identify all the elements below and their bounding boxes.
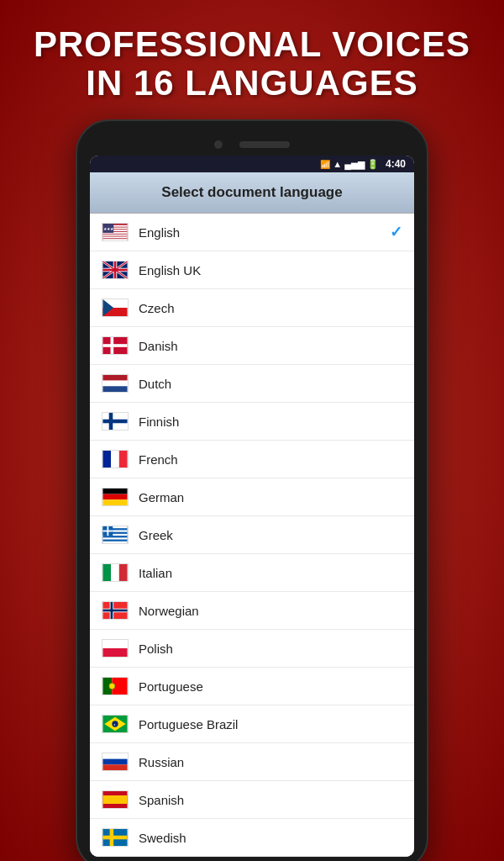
flag-it — [102, 563, 129, 582]
phone-wrapper: 📶 ▲ ▄▅▆ 🔋 4:40 Select document language … — [76, 119, 428, 861]
language-name-pl: Polish — [139, 642, 402, 656]
signal-icon: ▄▅▆ — [344, 159, 365, 170]
language-item-cs[interactable]: Czech — [90, 289, 414, 327]
language-item-pl[interactable]: Polish — [90, 630, 414, 668]
language-name-en: English — [139, 225, 390, 240]
svg-rect-30 — [102, 420, 127, 424]
selected-check-icon: ✓ — [390, 223, 402, 241]
language-item-da[interactable]: Danish — [90, 327, 414, 365]
flag-el — [102, 526, 129, 544]
header-section: PROFESSIONAL VOICES IN 16 LANGUAGES — [17, 0, 487, 119]
language-item-es[interactable]: Spanish — [90, 781, 414, 819]
language-name-ru: Russian — [139, 755, 402, 769]
svg-rect-34 — [102, 489, 127, 494]
svg-rect-45 — [102, 531, 113, 532]
language-name-fi: Finnish — [139, 415, 402, 429]
language-name-fr: French — [139, 452, 402, 467]
language-name-da: Danish — [139, 339, 402, 353]
svg-rect-64 — [102, 759, 127, 765]
flag-fr — [102, 450, 129, 468]
svg-rect-6 — [102, 237, 127, 239]
language-item-en[interactable]: ★★★ English✓ — [90, 214, 414, 251]
flag-nl — [102, 374, 129, 393]
language-name-de: German — [139, 490, 402, 504]
svg-text:★: ★ — [114, 723, 117, 726]
language-name-el: Greek — [139, 528, 402, 542]
language-name-pt-br: Portuguese Brazil — [139, 717, 402, 732]
svg-rect-46 — [102, 564, 111, 581]
flag-de — [102, 488, 129, 506]
battery-icon: 🔋 — [367, 159, 379, 170]
svg-rect-5 — [102, 235, 127, 236]
language-item-pt-br[interactable]: ★ Portuguese Brazil — [90, 705, 414, 743]
svg-rect-31 — [102, 451, 111, 467]
svg-rect-47 — [111, 564, 119, 581]
svg-rect-24 — [102, 345, 127, 348]
language-item-sv[interactable]: Swedish — [90, 819, 414, 857]
svg-rect-26 — [102, 381, 127, 387]
svg-point-58 — [109, 684, 115, 689]
svg-rect-65 — [102, 765, 127, 771]
svg-rect-32 — [111, 451, 119, 467]
language-item-de[interactable]: German — [90, 478, 414, 516]
dialog-header: Select document language — [90, 172, 414, 214]
flag-no — [102, 601, 129, 620]
svg-rect-54 — [102, 640, 127, 648]
flag-sv — [102, 828, 129, 847]
status-time: 4:40 — [386, 158, 406, 170]
language-item-ru[interactable]: Russian — [90, 743, 414, 781]
flag-pt-br: ★ — [102, 715, 129, 733]
language-item-pt[interactable]: Portuguese — [90, 668, 414, 705]
flag-ru — [102, 753, 129, 771]
svg-rect-41 — [102, 538, 127, 540]
svg-rect-25 — [102, 375, 127, 381]
language-name-nl: Dutch — [139, 377, 402, 391]
svg-rect-70 — [102, 836, 127, 840]
svg-rect-33 — [119, 451, 128, 467]
flag-cs — [102, 298, 129, 317]
speaker-icon — [239, 141, 290, 148]
phone-top-bar — [90, 134, 414, 156]
svg-rect-35 — [102, 494, 127, 500]
flag-pt — [102, 677, 129, 695]
language-name-en-gb: English UK — [139, 263, 402, 277]
language-item-it[interactable]: Italian — [90, 554, 414, 592]
camera-icon — [214, 140, 223, 149]
language-item-no[interactable]: Norwegian — [90, 592, 414, 630]
flag-es — [102, 790, 129, 809]
language-item-nl[interactable]: Dutch — [90, 365, 414, 403]
svg-rect-55 — [102, 648, 127, 657]
flag-da — [102, 336, 129, 355]
phone-screen: 📶 ▲ ▄▅▆ 🔋 4:40 Select document language … — [90, 156, 414, 857]
language-item-fr[interactable]: French — [90, 441, 414, 478]
language-name-sv: Swedish — [139, 831, 402, 845]
language-name-no: Norwegian — [139, 604, 402, 618]
svg-rect-42 — [102, 541, 127, 543]
svg-rect-48 — [119, 564, 128, 581]
language-name-it: Italian — [139, 566, 402, 580]
svg-text:★★★: ★★★ — [103, 227, 114, 232]
svg-rect-53 — [102, 610, 127, 612]
svg-rect-36 — [102, 500, 127, 506]
flag-en: ★★★ — [102, 223, 129, 241]
flag-en-gb — [102, 261, 129, 279]
svg-rect-63 — [102, 753, 127, 759]
language-name-es: Spanish — [139, 793, 402, 807]
bluetooth-icon: 📶 — [320, 160, 330, 169]
header-line1: PROFESSIONAL VOICES — [34, 24, 470, 64]
header-line2: IN 16 LANGUAGES — [86, 63, 417, 103]
svg-rect-7 — [102, 240, 127, 241]
language-name-cs: Czech — [139, 301, 402, 315]
language-item-en-gb[interactable]: English UK — [90, 251, 414, 289]
svg-rect-67 — [102, 795, 127, 804]
language-item-fi[interactable]: Finnish — [90, 403, 414, 441]
language-item-el[interactable]: Greek — [90, 516, 414, 554]
flag-fi — [102, 412, 129, 430]
status-bar: 📶 ▲ ▄▅▆ 🔋 4:40 — [90, 156, 414, 172]
flag-pl — [102, 639, 129, 658]
language-list[interactable]: ★★★ English✓ English UK Czech Danish Dut… — [90, 214, 414, 857]
wifi-icon: ▲ — [333, 159, 342, 169]
language-name-pt: Portuguese — [139, 679, 402, 694]
svg-rect-27 — [102, 387, 127, 393]
